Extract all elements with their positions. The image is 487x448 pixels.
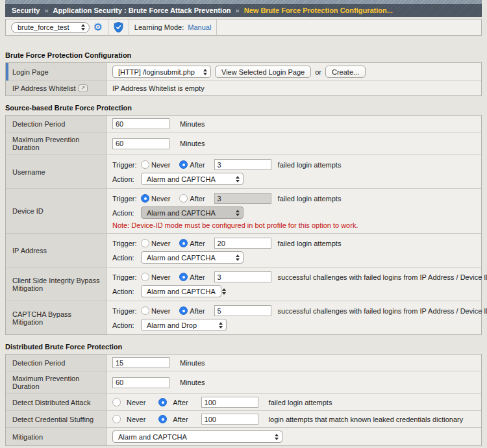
select-arrows-icon [275,434,279,440]
select-arrows-icon [219,322,223,329]
distributed-section-title: Distributed Brute Force Protection [5,343,482,351]
profile-select[interactable]: brute_force_test [11,22,90,33]
ip-address-after-radio[interactable] [179,239,188,247]
create-login-page-button[interactable]: Create... [325,66,366,78]
login-page-row: Login Page [HTTP] /loginsubmit.php View … [6,63,481,81]
after-label: After [173,416,188,423]
captcha-bypass-suffix: successful challenges with failed logins… [278,307,487,315]
device-id-after-radio[interactable] [179,194,188,203]
credential-stuffing-row: Detect Credential Stuffing Never After l… [6,411,481,428]
minutes-label: Minutes [180,140,205,147]
dist-detection-period-input[interactable] [112,357,169,368]
username-action-select[interactable]: Alarm and CAPTCHA [141,173,244,185]
after-label: After [173,399,188,406]
breadcrumb-section[interactable]: Application Security : Brute Force Attac… [53,6,231,14]
breadcrumb-current: New Brute Force Protection Configuration… [244,6,393,14]
never-label: Never [127,416,145,423]
username-after-radio[interactable] [179,160,188,169]
action-label: Action: [112,254,141,262]
ip-address-label: IP Address [12,247,47,255]
detect-attack-after-input[interactable] [201,397,258,408]
device-id-never-radio[interactable] [141,194,149,203]
trigger-label: Trigger: [112,307,141,315]
max-prevention-label: Maximum Prevention Duration [12,375,103,390]
login-page-label: Login Page [12,68,49,76]
username-never-radio[interactable] [141,160,149,169]
profile-cell: brute_force_test ⚙ [6,19,108,35]
ip-address-suffix: failed login attempts [278,240,342,247]
shield-cell [108,19,129,35]
client-side-never-radio[interactable] [141,273,149,281]
username-row: Username Trigger: Never After failed log… [6,155,481,189]
trigger-label: Trigger: [112,273,141,281]
captcha-bypass-after-input[interactable] [214,305,271,316]
source-table: Detection Period Minutes Maximum Prevent… [5,115,482,335]
dist-max-prevention-row: Maximum Prevention Duration Minutes [6,371,481,394]
after-label: After [190,240,205,247]
never-label: Never [127,399,145,406]
mitigation-row: Mitigation Alarm and CAPTCHA [6,428,481,445]
action-label: Action: [112,321,141,329]
select-arrows-icon [81,24,85,31]
captcha-bypass-after-radio[interactable] [179,306,188,315]
username-suffix: failed login attempts [278,161,342,169]
breadcrumb-separator: » [44,6,48,14]
client-side-after-input[interactable] [214,271,271,282]
learning-mode-link[interactable]: Manual [188,23,211,31]
ip-address-action-select[interactable]: Alarm and CAPTCHA [141,251,244,264]
detect-attack-never-radio[interactable] [112,398,121,406]
credential-stuffing-label: Detect Credential Stuffing [12,416,94,423]
credential-stuffing-suffix: login attempts that match known leaked c… [269,416,464,423]
or-label: or [315,68,321,76]
username-label: Username [12,168,45,176]
detect-distributed-attack-label: Detect Distributed Attack [12,399,90,406]
minutes-label: Minutes [180,359,205,367]
client-side-suffix: successful challenges with failed logins… [278,273,487,281]
source-detection-period-input[interactable] [112,118,169,129]
detect-distributed-attack-row: Detect Distributed Attack Never After fa… [6,394,481,411]
device-id-row: Device ID Trigger: Never After failed lo… [6,189,481,234]
ip-address-never-radio[interactable] [141,239,149,247]
captcha-bypass-action-select[interactable]: Alarm and Drop [141,319,227,331]
dist-max-prevention-input[interactable] [112,377,169,388]
select-arrows-icon [222,288,226,295]
login-page-select[interactable]: [HTTP] /loginsubmit.php [112,66,211,78]
ip-address-after-input[interactable] [214,238,271,249]
profile-toolbar: brute_force_test ⚙ Learning Mode: Manual [5,19,482,36]
action-label: Action: [112,288,141,295]
never-label: Never [151,161,170,169]
max-prevention-label: Maximum Prevention Duration [12,136,103,151]
ip-whitelist-label-cell: IP Address Whitelist ↗ [6,81,107,95]
detect-attack-after-radio[interactable] [158,398,167,406]
client-side-action-select[interactable]: Alarm and CAPTCHA [141,285,221,297]
detection-period-label: Detection Period [12,359,65,367]
gear-icon[interactable]: ⚙ [94,22,103,32]
learning-mode-label: Learning Mode: [134,23,184,31]
after-label: After [190,195,205,203]
popup-icon[interactable]: ↗ [79,84,88,92]
source-section-title: Source-based Brute Force Protection [5,104,482,112]
captcha-bypass-action-value: Alarm and Drop [147,321,197,329]
client-side-after-radio[interactable] [179,273,188,281]
source-max-prevention-input[interactable] [112,138,169,149]
never-label: Never [151,240,170,247]
ip-whitelist-label: IP Address Whitelist [12,84,76,92]
toolbar-filler [217,19,481,35]
minutes-label: Minutes [180,120,205,128]
after-label: After [190,161,205,169]
credential-stuffing-after-input[interactable] [201,414,258,425]
captcha-bypass-never-radio[interactable] [141,306,149,315]
device-id-action-value: Alarm and CAPTCHA [147,209,216,217]
username-after-input[interactable] [214,159,271,170]
mitigation-select[interactable]: Alarm and CAPTCHA [112,430,282,443]
credential-stuffing-never-radio[interactable] [112,415,121,423]
shield-check-icon[interactable] [114,22,123,32]
breadcrumb-root[interactable]: Security [12,6,40,14]
view-login-page-button[interactable]: View Selected Login Page [215,66,311,78]
client-side-integrity-row: Client Side Integrity Bypass Mitigation … [6,268,481,301]
learning-mode-cell: Learning Mode: Manual [129,19,218,35]
credential-stuffing-after-radio[interactable] [158,415,167,423]
client-side-integrity-label: Client Side Integrity Bypass Mitigation [12,277,103,292]
mitigation-select-value: Alarm and CAPTCHA [118,433,187,441]
source-detection-period-row: Detection Period Minutes [6,116,481,132]
